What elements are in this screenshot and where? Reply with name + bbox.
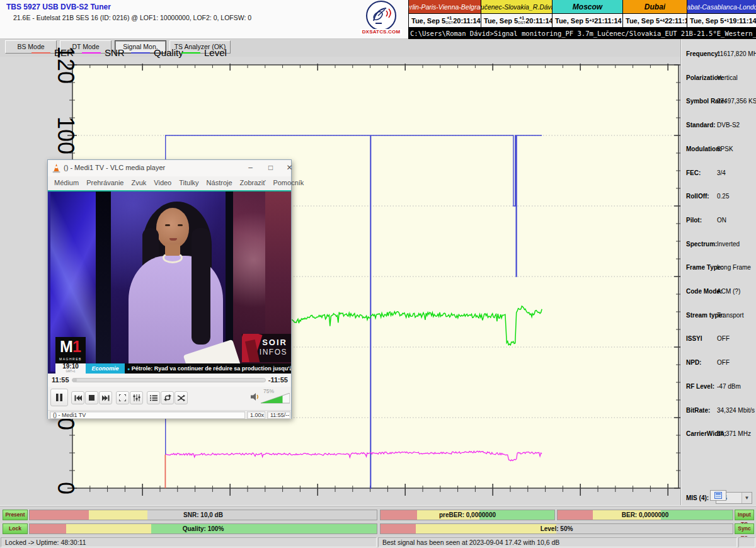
param-code-mode-: Code Mode:ACM (?) bbox=[681, 288, 756, 297]
param-npd-: NPD:OFF bbox=[681, 359, 756, 368]
soir-text: SOIR bbox=[262, 338, 287, 347]
news-ticker: ● Pétrole: Ryad va continuer de réduire … bbox=[125, 363, 291, 374]
param-stream-type-: Stream type:Transport bbox=[681, 312, 756, 321]
vlc-menu-titulky[interactable]: Titulky bbox=[175, 176, 202, 190]
seek-slider[interactable] bbox=[72, 378, 266, 382]
seek-handle[interactable] bbox=[72, 378, 77, 382]
vlc-menu-n-stroje[interactable]: Nástroje bbox=[203, 176, 236, 190]
vlc-menu-prehr-vanie[interactable]: Prehrávanie bbox=[83, 176, 127, 190]
ticker-bullet-icon: ● bbox=[127, 367, 130, 371]
quality-meter: Quality: 100% bbox=[29, 523, 377, 534]
transponder-subtitle: 21.6E - Eutelsat 21B SES 16 (ID: 0216) @… bbox=[13, 14, 251, 21]
vlc-menu-zobrazi-[interactable]: Zobraziť bbox=[236, 176, 270, 190]
clock-berlin-paris-vienna-belgrade: Berlin-Paris-Vienna-BelgradeTue, Sep 5+1… bbox=[408, 0, 481, 28]
presenter-eye-right bbox=[178, 224, 183, 226]
statusbar: Locked -> Uptime: 48:30:11 Best signal h… bbox=[0, 537, 756, 548]
param-label: Pilot: bbox=[686, 217, 702, 224]
param-label: NPD: bbox=[686, 359, 701, 366]
preber-meter: preBER: 0,0000000 bbox=[380, 510, 555, 520]
param-label: FEC: bbox=[686, 169, 701, 176]
param-value: 3/4 bbox=[717, 169, 726, 176]
param-issyi: ISSYIOFF bbox=[681, 335, 756, 344]
best-signal-status: Best signal has been seen at 2023-09-04 … bbox=[378, 537, 737, 547]
param-value: Long Frame bbox=[717, 264, 751, 271]
clock-city: Moscow bbox=[553, 0, 622, 14]
param-value: -47 dBm bbox=[717, 383, 741, 390]
clock-time: Tue, Sep 5+422:11:14 bbox=[623, 14, 687, 27]
lock-indicator: Lock bbox=[3, 523, 28, 534]
maximize-button[interactable]: □ bbox=[262, 162, 279, 174]
loop-button[interactable] bbox=[161, 391, 174, 404]
elapsed-time: 11:55 bbox=[52, 376, 69, 384]
param-label: RF Level: bbox=[686, 383, 714, 390]
infos-text: INFOS bbox=[260, 348, 287, 357]
broadcast-gmt: GMT+1 bbox=[55, 370, 86, 373]
world-clocks: Berlin-Paris-Vienna-BelgradeTue, Sep 5+1… bbox=[408, 0, 756, 28]
legend-label-quality: Quality bbox=[154, 47, 183, 58]
studio-bezel-left bbox=[96, 190, 111, 374]
svg-text:100: 100 bbox=[53, 117, 79, 154]
stop-button[interactable] bbox=[85, 391, 98, 404]
time-display-field[interactable]: 11:55/--:-- bbox=[267, 411, 290, 419]
param-value: Vertical bbox=[717, 74, 738, 81]
video-top-line bbox=[48, 190, 291, 191]
playback-rate-field[interactable]: 1.00x bbox=[247, 411, 265, 419]
minimize-button[interactable]: – bbox=[242, 162, 259, 174]
meter-label: Quality: 100% bbox=[30, 524, 377, 534]
param-label: Standard: bbox=[686, 122, 716, 128]
svg-text:0: 0 bbox=[53, 482, 79, 494]
presenter-face bbox=[156, 208, 189, 248]
vlc-titlebar[interactable]: () - Medi1 TV - VLC media player – □ ✕ bbox=[48, 160, 291, 176]
param-label: Spectrum: bbox=[686, 241, 717, 248]
param-value: 27497,356 KS/s bbox=[717, 98, 756, 105]
param-value: 8PSK bbox=[717, 146, 733, 152]
clock-lu-enec-slovakia-r-d-vid: Lučenec-Slovakia_R.DávidTue, Sep 5+1DST2… bbox=[481, 0, 552, 28]
clock-time: Tue, Sep 5+321:11:14 bbox=[553, 14, 622, 27]
logo-circle-icon bbox=[366, 1, 396, 31]
equalizer-icon bbox=[133, 394, 140, 401]
header: TBS 5927 USB DVB-S2 Tuner 21.6E - Eutels… bbox=[0, 0, 408, 39]
param-value: 11617,820 MHz bbox=[717, 50, 756, 57]
console-path: C:\Users\Roman Dávid>Signal monitoring_P… bbox=[408, 28, 756, 39]
fullscreen-icon bbox=[119, 394, 126, 401]
next-button[interactable] bbox=[99, 391, 112, 404]
sidebar-tool-button[interactable] bbox=[710, 490, 726, 501]
param-symbol-rate-: Symbol Rate:27497,356 KS/s bbox=[681, 98, 756, 106]
fullscreen-button[interactable] bbox=[116, 391, 129, 404]
vlc-menu-m-dium[interactable]: Médium bbox=[50, 176, 83, 190]
param-carrierwidth-: CarrierWidth:34,371 MHz bbox=[681, 430, 756, 439]
param-spectrum-: Spectrum:Inverted bbox=[681, 241, 756, 249]
stop-icon bbox=[89, 395, 94, 401]
extended-settings-button[interactable] bbox=[130, 391, 143, 404]
soir-infos-logo: SOIR INFOS bbox=[242, 334, 291, 362]
param-value: OFF bbox=[717, 335, 730, 342]
clock-moscow: MoscowTue, Sep 5+321:11:14 bbox=[552, 0, 622, 28]
vlc-status-row: () - Medi1 TV 1.00x 11:55/--:-- bbox=[48, 410, 291, 419]
volume-slider[interactable] bbox=[261, 393, 290, 404]
vlc-controls-bar: 75% bbox=[48, 387, 291, 410]
vlc-menu-zvuk[interactable]: Zvuk bbox=[127, 176, 150, 190]
param-label: Frequency: bbox=[686, 50, 720, 57]
vlc-window: () - Medi1 TV - VLC media player – □ ✕ M… bbox=[47, 159, 292, 419]
param-polarization-: Polarization:Vertical bbox=[681, 74, 756, 83]
clock-rabat-casablanca-london: Rabat-Casablanca-LondonTue, Sep 5+119:11… bbox=[687, 0, 756, 28]
previous-button[interactable] bbox=[71, 391, 84, 404]
ticker-text: Pétrole: Ryad va continuer de réduire sa… bbox=[132, 365, 291, 372]
meters-strip: Present Lock SNR: 10,0 dB Quality: 100% … bbox=[0, 505, 756, 537]
volume-icon[interactable] bbox=[251, 392, 260, 401]
shuffle-button[interactable] bbox=[175, 391, 188, 404]
parameters-sidebar: Frequency:11617,820 MHzPolarization:Vert… bbox=[680, 39, 756, 505]
param-label: ISSYI bbox=[686, 335, 702, 342]
meter-label: preBER: 0,0000000 bbox=[381, 510, 554, 520]
pause-button[interactable] bbox=[50, 389, 68, 406]
param-value: ACM (?) bbox=[717, 288, 740, 295]
close-button[interactable]: ✕ bbox=[281, 162, 298, 174]
vlc-video-area[interactable]: M 1 MAGHREB 19:10 GMT+1 Economie ● Pétro… bbox=[48, 190, 291, 374]
lock-uptime-status: Locked -> Uptime: 48:30:11 bbox=[1, 537, 377, 547]
playlist-button[interactable] bbox=[147, 391, 160, 404]
shuffle-icon bbox=[178, 395, 185, 401]
vlc-menu-video[interactable]: Video bbox=[150, 176, 175, 190]
vlc-menu-pomocn-k[interactable]: Pomocník bbox=[269, 176, 307, 190]
broadcast-time: 19:10 bbox=[55, 363, 86, 370]
pause-icon bbox=[55, 393, 63, 402]
